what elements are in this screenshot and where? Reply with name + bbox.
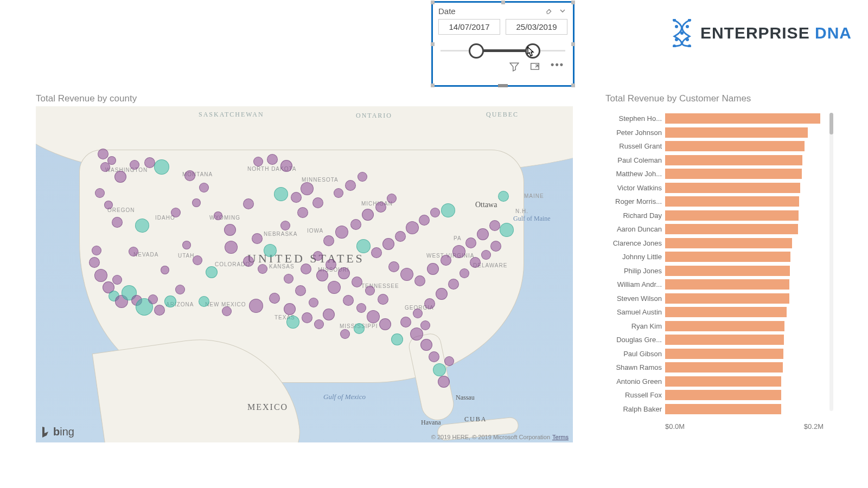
map-data-bubble[interactable] — [388, 261, 399, 272]
map-data-bubble[interactable] — [199, 296, 209, 307]
map-data-bubble[interactable] — [224, 224, 236, 236]
more-options-icon[interactable]: ••• — [551, 62, 564, 74]
map-data-bubble[interactable] — [164, 296, 176, 307]
map-data-bubble[interactable] — [489, 220, 500, 231]
map-data-bubble[interactable] — [274, 187, 288, 201]
map-data-bubble[interactable] — [427, 263, 439, 275]
map-data-bubble[interactable] — [192, 198, 201, 207]
map-data-bubble[interactable] — [338, 267, 350, 279]
map-data-bubble[interactable] — [367, 310, 380, 323]
map-data-bubble[interactable] — [326, 259, 336, 270]
map-data-bubble[interactable] — [356, 303, 366, 313]
map-data-bubble[interactable] — [400, 317, 411, 328]
clear-selections-icon[interactable] — [545, 6, 554, 16]
map-data-bubble[interactable] — [314, 319, 324, 329]
map-data-bubble[interactable] — [129, 247, 138, 256]
map-data-bubble[interactable] — [441, 255, 451, 266]
map-visual[interactable]: SASKATCHEWAN ONTARIO QUEBEC UNITED STATE… — [36, 106, 573, 442]
date-end-input[interactable]: 25/03/2019 — [506, 19, 567, 35]
map-data-bubble[interactable] — [470, 257, 481, 268]
map-data-bubble[interactable] — [206, 266, 218, 278]
map-data-bubble[interactable] — [291, 192, 302, 203]
map-data-bubble[interactable] — [112, 275, 122, 285]
map-terms-link[interactable]: Terms — [552, 434, 569, 440]
resize-handle[interactable] — [431, 84, 435, 87]
resize-handle[interactable] — [431, 42, 435, 46]
customer-bar-chart[interactable]: Stephen Ho...Peter JohnsonRussell GrantP… — [605, 108, 833, 434]
bar-row[interactable]: Russell Fox — [605, 388, 824, 402]
map-data-bubble[interactable] — [269, 293, 280, 304]
bar-row[interactable]: Johnny Little — [605, 250, 824, 264]
map-data-bubble[interactable] — [448, 279, 459, 290]
bar-row[interactable]: William Andr... — [605, 278, 824, 292]
map-data-bubble[interactable] — [490, 241, 501, 252]
map-data-bubble[interactable] — [323, 309, 335, 320]
map-data-bubble[interactable] — [430, 208, 440, 217]
bar-row[interactable]: Aaron Duncan — [605, 222, 824, 236]
chart-scroll-thumb[interactable] — [829, 113, 833, 134]
map-data-bubble[interactable] — [154, 305, 165, 316]
bar-row[interactable]: Roger Morris... — [605, 195, 824, 209]
map-data-bubble[interactable] — [253, 157, 263, 166]
bar-row[interactable]: Steven Wilson — [605, 292, 824, 306]
map-data-bubble[interactable] — [340, 329, 350, 339]
map-data-bubble[interactable] — [295, 285, 306, 296]
map-data-bubble[interactable] — [465, 237, 476, 248]
resize-handle[interactable] — [501, 1, 505, 4]
map-data-bubble[interactable] — [498, 191, 509, 202]
map-data-bubble[interactable] — [424, 298, 435, 309]
map-data-bubble[interactable] — [379, 318, 391, 330]
map-data-bubble[interactable] — [154, 159, 169, 175]
bar-row[interactable]: Douglas Gre... — [605, 333, 824, 347]
map-data-bubble[interactable] — [356, 239, 371, 253]
map-data-bubble[interactable] — [413, 309, 423, 318]
resize-handle[interactable] — [571, 84, 575, 87]
map-data-bubble[interactable] — [175, 285, 185, 294]
map-data-bubble[interactable] — [328, 281, 341, 294]
bar-row[interactable]: Richard Day — [605, 209, 824, 223]
map-data-bubble[interactable] — [104, 201, 113, 209]
map-data-bubble[interactable] — [477, 228, 489, 240]
bar-row[interactable]: Matthew Joh... — [605, 167, 824, 181]
map-data-bubble[interactable] — [452, 245, 465, 258]
map-data-bubble[interactable] — [252, 233, 263, 244]
map-data-bubble[interactable] — [406, 221, 419, 234]
map-data-bubble[interactable] — [391, 333, 403, 345]
slider-thumb-end[interactable] — [525, 43, 540, 59]
map-data-bubble[interactable] — [144, 157, 155, 168]
map-data-bubble[interactable] — [316, 269, 328, 281]
bar-row[interactable]: Samuel Austin — [605, 305, 824, 319]
map-data-bubble[interactable] — [395, 231, 406, 242]
map-data-bubble[interactable] — [148, 294, 158, 304]
map-provider-logo[interactable]: bing — [40, 426, 74, 438]
map-data-bubble[interactable] — [161, 266, 169, 274]
map-data-bubble[interactable] — [258, 264, 267, 274]
map-data-bubble[interactable] — [345, 180, 356, 191]
map-data-bubble[interactable] — [92, 246, 101, 255]
date-start-input[interactable]: 14/07/2017 — [438, 19, 500, 35]
map-data-bubble[interactable] — [184, 170, 195, 181]
map-data-bubble[interactable] — [323, 235, 334, 246]
map-data-bubble[interactable] — [249, 299, 263, 313]
focus-mode-icon[interactable] — [530, 62, 540, 74]
bar-row[interactable]: Russell Grant — [605, 139, 824, 153]
map-data-bubble[interactable] — [286, 316, 299, 329]
map-data-bubble[interactable] — [301, 182, 314, 195]
map-data-bubble[interactable] — [334, 188, 343, 198]
map-data-bubble[interactable] — [280, 221, 290, 230]
date-range-slider[interactable] — [438, 40, 567, 62]
map-data-bubble[interactable] — [214, 211, 222, 220]
map-data-bubble[interactable] — [171, 208, 181, 217]
map-data-bubble[interactable] — [280, 160, 292, 172]
map-data-bubble[interactable] — [264, 244, 277, 257]
map-data-bubble[interactable] — [135, 219, 149, 233]
map-data-bubble[interactable] — [95, 188, 105, 198]
map-data-bubble[interactable] — [284, 303, 296, 315]
resize-handle[interactable] — [571, 1, 575, 4]
map-data-bubble[interactable] — [436, 288, 448, 300]
map-data-bubble[interactable] — [410, 328, 423, 341]
filter-icon[interactable] — [509, 62, 519, 74]
map-data-bubble[interactable] — [350, 219, 361, 230]
bar-row[interactable]: Antonio Green — [605, 375, 824, 389]
map-data-bubble[interactable] — [387, 194, 397, 203]
